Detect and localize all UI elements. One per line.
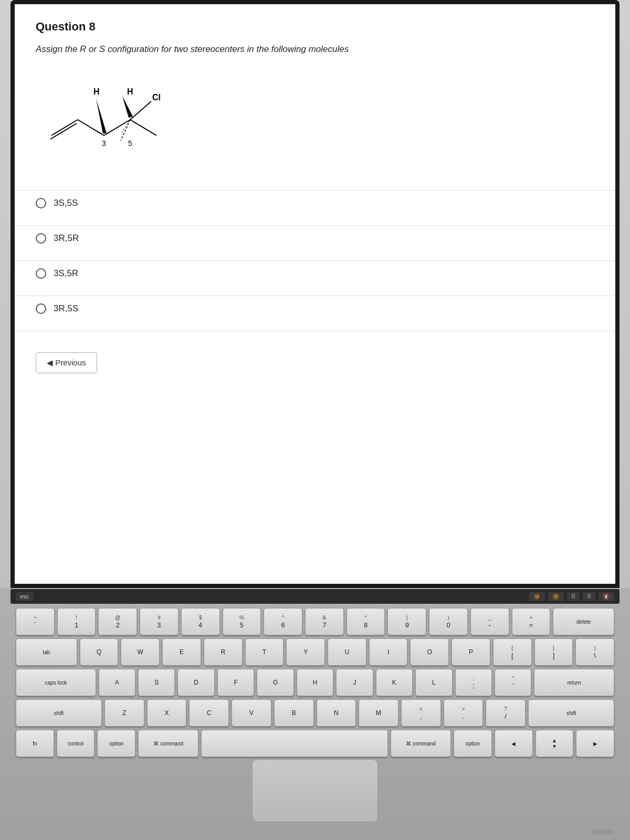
svg-line-12 <box>130 101 151 120</box>
svg-text:5: 5 <box>128 139 132 148</box>
key-s[interactable]: S <box>138 669 175 696</box>
key-delete[interactable]: delete <box>553 608 614 635</box>
key-space[interactable] <box>201 730 388 757</box>
key-option-left[interactable]: option <box>97 730 135 757</box>
key-comma[interactable]: <, <box>401 699 441 727</box>
key-j[interactable]: J <box>336 669 373 696</box>
key-shift-left[interactable]: shift <box>16 699 102 727</box>
choice-label-1: 3S,5S <box>54 198 78 208</box>
key-2[interactable]: @2 <box>98 608 137 635</box>
key-9[interactable]: (9 <box>387 608 426 635</box>
key-bracket-open[interactable]: {[ <box>493 638 532 666</box>
key-arrow-left[interactable]: ◀ <box>495 730 533 757</box>
key-r[interactable]: R <box>204 638 243 666</box>
key-caps[interactable]: caps lock <box>16 669 96 696</box>
key-q[interactable]: Q <box>80 638 119 666</box>
key-shift-right[interactable]: shift <box>528 699 614 727</box>
tb-brightness-down[interactable]: 🔅 <box>529 592 545 601</box>
key-arrow-updown[interactable]: ▲▼ <box>536 730 574 757</box>
choice-label-3: 3S,5R <box>54 268 78 279</box>
key-equals[interactable]: += <box>512 608 551 635</box>
tb-brightness-up[interactable]: 🔆 <box>548 592 564 601</box>
svg-text:H: H <box>127 87 133 96</box>
key-backslash[interactable]: |\ <box>575 638 614 666</box>
key-l[interactable]: L <box>415 669 452 696</box>
key-5[interactable]: %5 <box>223 608 261 635</box>
key-return[interactable]: return <box>534 669 614 696</box>
key-d[interactable]: D <box>177 669 214 696</box>
key-option-right[interactable]: option <box>454 730 492 757</box>
key-f[interactable]: F <box>217 669 254 696</box>
quiz-container: Question 8 Assign the R or S configurati… <box>15 4 615 584</box>
key-cmd-right[interactable]: ⌘ command <box>391 730 451 757</box>
key-7[interactable]: &7 <box>305 608 344 635</box>
key-o[interactable]: O <box>410 638 449 666</box>
key-b[interactable]: B <box>274 699 314 727</box>
key-z[interactable]: Z <box>104 699 144 727</box>
question-text: Assign the R or S configuration for two … <box>36 44 594 55</box>
svg-marker-10 <box>122 96 133 118</box>
key-period[interactable]: >. <box>444 699 484 727</box>
answer-choice-2[interactable]: 3R,5R <box>36 233 594 244</box>
answer-choice-3[interactable]: 3S,5R <box>36 268 594 279</box>
key-u[interactable]: U <box>328 638 366 666</box>
key-k[interactable]: K <box>376 669 413 696</box>
choice-label-2: 3R,5R <box>54 233 79 244</box>
choice-row-2[interactable]: 3R,5R <box>36 226 594 260</box>
key-cmd-left[interactable]: ⌘ command <box>138 730 198 757</box>
key-t[interactable]: T <box>245 638 284 666</box>
previous-button[interactable]: ◀ Previous <box>36 352 97 373</box>
radio-button-4[interactable] <box>36 303 46 314</box>
key-g[interactable]: G <box>257 669 293 696</box>
key-w[interactable]: W <box>121 638 160 666</box>
esc-key[interactable]: esc <box>16 592 33 601</box>
key-x[interactable]: X <box>147 699 187 727</box>
key-tab[interactable]: tab <box>16 638 77 666</box>
key-n[interactable]: N <box>317 699 356 727</box>
answer-choices: 3S,5S 3R,5R 3S,5R <box>36 190 594 331</box>
key-semicolon[interactable]: :; <box>455 669 492 696</box>
choice-row-3[interactable]: 3S,5R <box>36 261 594 296</box>
laptop-body: Question 8 Assign the R or S configurati… <box>0 0 630 840</box>
answer-choice-4[interactable]: 3R,5S <box>36 303 594 314</box>
key-bracket-close[interactable]: }] <box>534 638 573 666</box>
key-m[interactable]: M <box>359 699 398 727</box>
choice-row-1[interactable]: 3S,5S <box>36 191 594 225</box>
key-ctrl[interactable]: control <box>57 730 95 757</box>
key-quote[interactable]: "' <box>495 669 531 696</box>
key-p[interactable]: P <box>452 638 490 666</box>
key-fn[interactable]: fn <box>16 730 54 757</box>
key-arrow-right[interactable]: ▶ <box>576 730 614 757</box>
tb-mission-control[interactable]: ⠿ <box>567 592 580 601</box>
question-title: Question 8 <box>36 20 594 34</box>
key-6[interactable]: ^6 <box>264 608 302 635</box>
tb-volume-mute[interactable]: 🔇 <box>598 592 614 601</box>
trackpad[interactable] <box>252 759 378 822</box>
radio-button-1[interactable] <box>36 198 46 208</box>
tb-launchpad[interactable]: ⠿ <box>583 592 595 601</box>
key-8[interactable]: *8 <box>346 608 385 635</box>
key-slash[interactable]: ?/ <box>486 699 526 727</box>
key-v[interactable]: V <box>232 699 271 727</box>
choice-row-4[interactable]: 3R,5S <box>36 296 594 331</box>
key-minus[interactable]: _- <box>470 608 509 635</box>
key-c[interactable]: C <box>189 699 229 727</box>
radio-button-2[interactable] <box>36 233 46 244</box>
answer-choice-1[interactable]: 3S,5S <box>36 198 594 208</box>
key-e[interactable]: E <box>162 638 201 666</box>
radio-button-3[interactable] <box>36 268 46 279</box>
key-1[interactable]: !1 <box>57 608 96 635</box>
key-4[interactable]: $4 <box>181 608 220 635</box>
key-h[interactable]: H <box>297 669 333 696</box>
macbook-brand: MacBo <box>593 828 614 836</box>
svg-line-4 <box>130 120 156 135</box>
key-3[interactable]: #3 <box>140 608 178 635</box>
key-a[interactable]: A <box>99 669 135 696</box>
key-tilde[interactable]: ~` <box>16 608 55 635</box>
molecule-container: H 3 H 5 Cl <box>36 67 193 174</box>
key-i[interactable]: I <box>369 638 408 666</box>
screen-bezel: Question 8 Assign the R or S configurati… <box>10 0 620 588</box>
key-y[interactable]: Y <box>286 638 325 666</box>
key-0[interactable]: )0 <box>429 608 468 635</box>
key-row-2: tab Q W E R T Y U I O P {[ }] |\ <box>16 638 614 666</box>
